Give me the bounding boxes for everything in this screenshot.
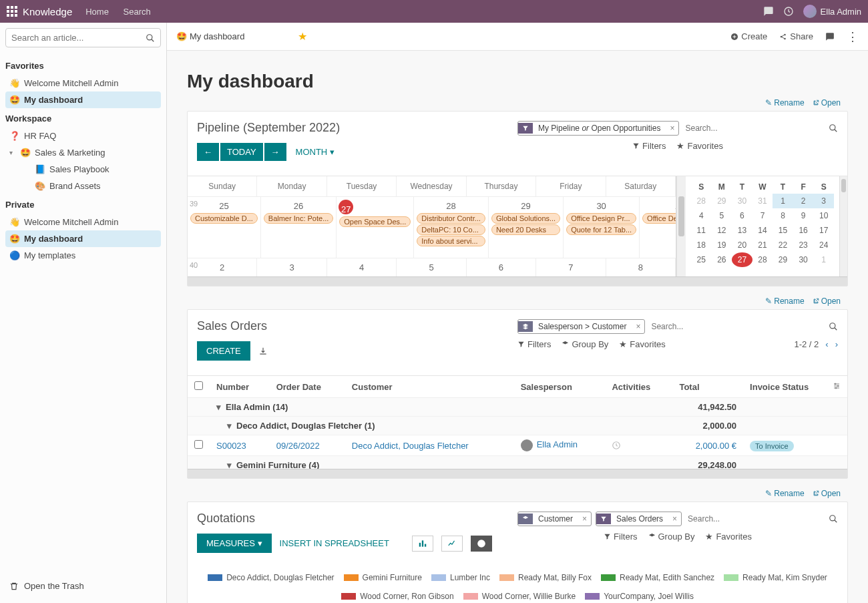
col-orderdate[interactable]: Order Date bbox=[270, 376, 345, 398]
calendar-cell[interactable]: 30Office Design Pr...Quote for 12 Tab... bbox=[564, 197, 640, 258]
quot-rename[interactable]: ✎ Rename bbox=[765, 489, 804, 498]
search-input[interactable] bbox=[11, 33, 146, 43]
calendar-scrollbar[interactable] bbox=[676, 176, 686, 276]
mini-day[interactable]: 10 bbox=[813, 208, 834, 223]
calendar-event[interactable]: Quote for 12 Tab... bbox=[566, 224, 636, 235]
settings-icon[interactable] bbox=[833, 382, 841, 390]
calendar-event[interactable]: Open Space Des... bbox=[339, 216, 411, 227]
facet-remove[interactable]: × bbox=[632, 322, 644, 331]
legend-item[interactable]: Gemini Furniture bbox=[344, 573, 422, 582]
calendar-cell[interactable]: 28Distributor Contr...DeltaPC: 10 Co...I… bbox=[414, 197, 489, 258]
clock-icon[interactable] bbox=[612, 441, 666, 450]
pager-next[interactable]: › bbox=[835, 339, 838, 349]
legend-item[interactable]: Wood Corner, Ron Gibson bbox=[341, 592, 454, 601]
mini-day[interactable]: 5 bbox=[712, 208, 732, 223]
sidebar-item[interactable]: ❓HR FAQ bbox=[5, 128, 161, 144]
table-row[interactable]: S00023 09/26/2022 Deco Addict, Douglas F… bbox=[188, 435, 847, 456]
user-menu[interactable]: Ella Admin bbox=[803, 5, 861, 18]
mini-day[interactable]: 16 bbox=[793, 223, 814, 238]
mini-day[interactable]: 22 bbox=[773, 238, 793, 252]
calendar-event[interactable]: Distributor Contr... bbox=[417, 213, 485, 224]
share-button[interactable]: Share bbox=[779, 31, 813, 41]
favorite-star-icon[interactable]: ★ bbox=[298, 30, 307, 43]
calendar-event[interactable]: Office Design Pr... bbox=[566, 213, 636, 224]
pipeline-favorites[interactable]: ★ Favorites bbox=[676, 141, 722, 151]
apps-icon[interactable] bbox=[7, 6, 17, 17]
measures-button[interactable]: MEASURES ▾ bbox=[197, 534, 272, 553]
mini-day[interactable]: 7 bbox=[752, 208, 773, 223]
calendar-event[interactable]: Customizable D... bbox=[190, 213, 258, 224]
sidebar-item[interactable]: 👋Welcome Mitchell Admin bbox=[5, 75, 161, 91]
mini-day[interactable]: 25 bbox=[691, 252, 712, 267]
search-icon[interactable] bbox=[829, 124, 838, 133]
order-salesperson[interactable]: Ella Admin bbox=[537, 439, 578, 449]
quot-customer-facet[interactable]: Customer × bbox=[517, 512, 592, 526]
conversations-icon[interactable] bbox=[763, 6, 774, 17]
calendar-cell[interactable]: 29Global Solutions...Need 20 Desks bbox=[489, 197, 564, 258]
nav-home[interactable]: Home bbox=[85, 7, 109, 17]
quot-filters[interactable]: Filters bbox=[604, 532, 637, 542]
sales-groupby[interactable]: Group By bbox=[562, 339, 608, 349]
insert-spreadsheet[interactable]: INSERT IN SPREADSHEET bbox=[280, 538, 389, 548]
sidebar-item[interactable]: 🔵My templates bbox=[5, 247, 161, 264]
mini-day[interactable]: 15 bbox=[773, 223, 793, 238]
mini-day[interactable]: 26 bbox=[712, 252, 732, 267]
calendar-cell[interactable]: 1Office Design an... bbox=[640, 197, 676, 258]
order-customer[interactable]: Deco Addict, Douglas Fletcher bbox=[352, 441, 469, 451]
legend-item[interactable]: Deco Addict, Douglas Fletcher bbox=[208, 573, 334, 582]
search-icon[interactable] bbox=[829, 514, 838, 524]
sales-rename[interactable]: ✎ Rename bbox=[765, 296, 804, 306]
mini-day[interactable]: 27 bbox=[732, 252, 752, 267]
search-article[interactable] bbox=[5, 28, 161, 47]
today-button[interactable]: TODAY bbox=[220, 143, 263, 161]
mini-day[interactable]: 24 bbox=[813, 238, 834, 252]
legend-item[interactable]: Lumber Inc bbox=[431, 573, 490, 582]
mini-day[interactable]: 29 bbox=[773, 252, 793, 267]
mini-day[interactable]: 31 bbox=[752, 194, 773, 208]
quot-search-input[interactable] bbox=[686, 512, 829, 526]
col-salesperson[interactable]: Salesperson bbox=[514, 376, 606, 398]
order-total[interactable]: 2,000.00 € bbox=[696, 441, 736, 451]
sales-open[interactable]: Open bbox=[813, 296, 841, 306]
chat-icon[interactable] bbox=[825, 32, 835, 41]
calendar-event[interactable]: Need 20 Desks bbox=[491, 224, 560, 235]
calendar-cell[interactable]: 4 bbox=[327, 258, 397, 276]
mini-day[interactable]: 4 bbox=[691, 208, 712, 223]
calendar-cell[interactable]: 2 bbox=[188, 258, 257, 276]
scale-select[interactable]: MONTH ▾ bbox=[296, 147, 335, 157]
mini-day[interactable]: 13 bbox=[732, 223, 752, 238]
search-icon[interactable] bbox=[146, 33, 155, 43]
mini-day[interactable]: 18 bbox=[691, 238, 712, 252]
pipeline-rename[interactable]: ✎ Rename bbox=[765, 98, 804, 108]
mini-day[interactable]: 29 bbox=[712, 194, 732, 208]
open-trash[interactable]: Open the Trash bbox=[5, 574, 161, 598]
mini-day[interactable]: 23 bbox=[793, 238, 814, 252]
sidebar-item[interactable]: ▾🤩Sales & Marketing bbox=[5, 144, 161, 161]
group-row[interactable]: ▾Deco Addict, Douglas Fletcher (1)2,000.… bbox=[188, 417, 847, 435]
legend-item[interactable]: Ready Mat, Edith Sanchez bbox=[601, 573, 714, 582]
sidebar-item[interactable]: 📘Sales Playbook bbox=[5, 161, 161, 178]
calendar-cell[interactable]: 5 bbox=[397, 258, 466, 276]
group-row[interactable]: ▾Gemini Furniture (4)29,248.00 bbox=[188, 456, 847, 469]
facet-remove[interactable]: × bbox=[578, 514, 591, 524]
sidebar-item[interactable]: 👋Welcome Mitchell Admin bbox=[5, 214, 161, 230]
mini-day[interactable]: 3 bbox=[813, 194, 834, 208]
mini-day[interactable]: 30 bbox=[793, 252, 814, 267]
col-number[interactable]: Number bbox=[210, 376, 270, 398]
mini-day[interactable]: 9 bbox=[793, 208, 814, 223]
col-customer[interactable]: Customer bbox=[345, 376, 514, 398]
calendar-cell[interactable]: 8 bbox=[606, 258, 676, 276]
sales-filters[interactable]: Filters bbox=[517, 339, 551, 349]
search-icon[interactable] bbox=[829, 322, 838, 331]
view-bar-icon[interactable] bbox=[412, 536, 433, 552]
sales-favorites[interactable]: ★ Favorites bbox=[619, 339, 665, 349]
mini-day[interactable]: 28 bbox=[691, 194, 712, 208]
legend-item[interactable]: YourCompany, Joel Willis bbox=[585, 592, 694, 601]
sales-create-button[interactable]: CREATE bbox=[197, 341, 250, 361]
mini-day[interactable]: 6 bbox=[732, 208, 752, 223]
view-pie-icon[interactable] bbox=[471, 536, 492, 552]
mini-day[interactable]: 21 bbox=[752, 238, 773, 252]
mini-day[interactable]: 2 bbox=[793, 194, 814, 208]
pipeline-open[interactable]: Open bbox=[813, 98, 841, 108]
more-menu-icon[interactable]: ⋮ bbox=[847, 31, 859, 43]
